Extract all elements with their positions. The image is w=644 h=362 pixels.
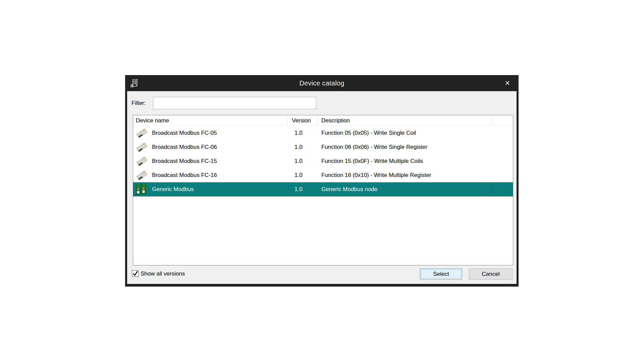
description-cell: Function 15 (0x0F) - Write Multiple Coil… xyxy=(317,158,423,165)
generic-modbus-icon xyxy=(135,183,149,195)
broadcast-modbus-icon xyxy=(135,155,149,167)
description-cell: Generic Modbus node xyxy=(317,186,377,193)
table-row[interactable]: Broadcast Modbus FC-05 1.0 Function 05 (… xyxy=(133,126,513,140)
description-cell: Function 16 (0x10) - Write Multiple Regi… xyxy=(317,172,431,179)
table-row-selected[interactable]: Generic Modbus 1.0 Generic Modbus node xyxy=(133,182,513,196)
checkmark-icon xyxy=(132,270,139,277)
device-name-cell: Broadcast Modbus FC-15 xyxy=(152,158,287,165)
column-header-version[interactable]: Version xyxy=(287,115,317,126)
device-name-cell: Generic Modbus xyxy=(152,186,287,193)
show-all-versions-checkbox[interactable] xyxy=(132,270,139,277)
screen: Device catalog ✕ Filter: Device name Ver… xyxy=(0,0,644,362)
version-cell: 1.0 xyxy=(287,130,317,136)
table-row[interactable]: Broadcast Modbus FC-16 1.0 Function 16 (… xyxy=(133,168,513,182)
cancel-button[interactable]: Cancel xyxy=(469,268,513,280)
device-catalog-dialog: Device catalog ✕ Filter: Device name Ver… xyxy=(125,75,519,287)
device-name-cell: Broadcast Modbus FC-06 xyxy=(152,144,287,150)
broadcast-modbus-icon xyxy=(135,141,149,153)
description-cell: Function 06 (0x06) - Write Single Regist… xyxy=(317,144,427,150)
column-header-empty xyxy=(492,115,513,126)
table-header: Device name Version Description xyxy=(133,115,513,126)
table-row[interactable]: Broadcast Modbus FC-06 1.0 Function 06 (… xyxy=(133,140,513,154)
show-all-versions-label: Show all versions xyxy=(141,270,185,277)
select-button[interactable]: Select xyxy=(420,268,462,280)
broadcast-modbus-icon xyxy=(135,127,149,139)
filter-input[interactable] xyxy=(153,97,316,109)
column-header-description[interactable]: Description xyxy=(317,115,492,126)
version-cell: 1.0 xyxy=(287,172,317,179)
titlebar[interactable]: Device catalog ✕ xyxy=(125,75,519,91)
version-cell: 1.0 xyxy=(287,158,317,165)
version-cell: 1.0 xyxy=(287,186,317,193)
dialog-content: Filter: Device name Version Description xyxy=(127,91,517,284)
filter-row: Filter: xyxy=(127,91,517,115)
version-cell: 1.0 xyxy=(287,144,317,150)
device-name-cell: Broadcast Modbus FC-16 xyxy=(152,172,287,179)
table-row[interactable]: Broadcast Modbus FC-15 1.0 Function 15 (… xyxy=(133,154,513,168)
device-table: Device name Version Description xyxy=(133,115,513,265)
device-name-cell: Broadcast Modbus FC-05 xyxy=(152,130,287,136)
window-title: Device catalog xyxy=(125,79,519,87)
close-icon[interactable]: ✕ xyxy=(502,78,513,88)
filter-label: Filter: xyxy=(131,100,146,107)
broadcast-modbus-icon xyxy=(135,169,149,181)
description-cell: Function 05 (0x05) - Write Single Coil xyxy=(317,130,416,136)
column-header-device-name[interactable]: Device name xyxy=(133,115,287,126)
